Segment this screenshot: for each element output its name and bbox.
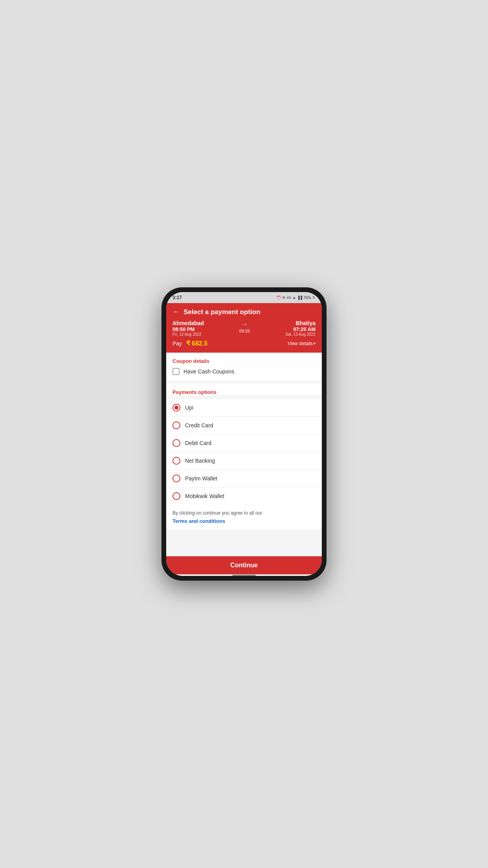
journey-from: Ahmedabad 08:50 PM Fri, 12 Aug 2022 [172, 320, 204, 337]
header: ← Select a payment option Ahmedabad 08:5… [166, 303, 322, 353]
terms-link[interactable]: Terms and conditions [172, 518, 225, 524]
amount-value: 682.5 [192, 340, 207, 347]
payment-section-header: Payments options [166, 384, 322, 395]
alarm-icon: ⏰ [277, 296, 281, 300]
wifi-icon: ▲ [292, 296, 296, 300]
radio-debit-card [172, 439, 180, 447]
mid-time: 09:55 [239, 329, 250, 333]
cash-coupon-checkbox[interactable] [172, 368, 180, 375]
radio-net-banking [172, 457, 180, 465]
page-title: Select a payment option [183, 308, 261, 316]
to-date: Sat, 13 Aug 2022 [285, 332, 316, 337]
chevron-down-icon: ▾ [314, 341, 316, 346]
status-icons: ⏰ ⚙ 4G ▲ ▐▐ 76% ↻ [277, 296, 316, 300]
currency-symbol: ₹ [186, 340, 190, 347]
radio-mobikwik [172, 492, 180, 500]
signal-icon: ▐▐ [297, 296, 302, 300]
pay-row: Pay ₹ 682.5 View details ▾ [172, 340, 316, 347]
radio-inner-upi [174, 406, 178, 410]
coupon-row: Have Cash Coupons [172, 368, 316, 375]
spacer [166, 533, 322, 553]
phone-frame: 3:17 ⏰ ⚙ 4G ▲ ▐▐ 76% ↻ ← Select a paymen… [161, 287, 327, 581]
cash-coupon-label: Have Cash Coupons [183, 368, 234, 375]
payment-option-upi[interactable]: Upi [166, 399, 322, 417]
phone-screen: 3:17 ⏰ ⚙ 4G ▲ ▐▐ 76% ↻ ← Select a paymen… [166, 292, 322, 576]
direction-arrow-icon: → [242, 321, 248, 328]
radio-upi [172, 404, 180, 412]
back-button[interactable]: ← [172, 308, 180, 316]
view-details-label: View details [288, 341, 313, 346]
continue-button[interactable]: Continue [166, 556, 322, 574]
status-bar: 3:17 ⏰ ⚙ 4G ▲ ▐▐ 76% ↻ [166, 292, 322, 303]
radio-paytm [172, 474, 180, 482]
data-icon: 4G [286, 296, 291, 300]
payment-label-paytm: Paytm Wallet [185, 475, 217, 482]
payment-option-net-banking[interactable]: Net Banking [166, 452, 322, 470]
terms-section: By clicking on continue you agree to all… [166, 505, 322, 530]
pay-info: Pay ₹ 682.5 [172, 340, 207, 347]
pay-amount: ₹ 682.5 [186, 340, 208, 347]
from-date: Fri, 12 Aug 2022 [172, 332, 204, 337]
terms-static-text: By clicking on continue you agree to all… [172, 510, 316, 516]
coupon-section: Coupon details Have Cash Coupons [166, 353, 322, 381]
payment-option-credit-card[interactable]: Credit Card [166, 417, 322, 434]
status-time: 3:17 [172, 295, 182, 300]
radio-credit-card [172, 421, 180, 429]
payment-option-paytm[interactable]: Paytm Wallet [166, 470, 322, 487]
header-title-row: ← Select a payment option [172, 308, 316, 316]
indicator-bar [232, 575, 256, 576]
payment-section: Payments options Upi Credit Card [166, 384, 322, 505]
payment-label-credit-card: Credit Card [185, 422, 213, 428]
body-scroll[interactable]: Coupon details Have Cash Coupons Payment… [166, 353, 322, 556]
payment-label-mobikwik: Mobikwik Wallet [185, 493, 224, 499]
journey-to: Bhatiya 07:25 AM Sat, 13 Aug 2022 [285, 320, 316, 337]
payment-option-mobikwik[interactable]: Mobikwik Wallet [166, 487, 322, 505]
from-city: Ahmedabad [172, 320, 204, 326]
settings-icon: ⚙ [282, 296, 285, 300]
payment-section-title: Payments options [172, 389, 316, 395]
journey-middle: → 09:55 [239, 320, 250, 333]
battery-icon: ↻ [312, 296, 316, 300]
payment-option-debit-card[interactable]: Debit Card [166, 434, 322, 452]
pay-label: Pay [172, 340, 182, 347]
app-content: ← Select a payment option Ahmedabad 08:5… [166, 303, 322, 576]
from-time: 08:50 PM [172, 326, 204, 332]
to-time: 07:25 AM [285, 326, 316, 332]
bottom-indicator [166, 574, 322, 576]
payment-label-net-banking: Net Banking [185, 458, 215, 464]
to-city: Bhatiya [285, 320, 316, 326]
coupon-section-title: Coupon details [172, 358, 316, 364]
view-details-button[interactable]: View details ▾ [288, 341, 316, 346]
payment-label-debit-card: Debit Card [185, 440, 211, 446]
battery-text: 76% [303, 296, 311, 300]
journey-info: Ahmedabad 08:50 PM Fri, 12 Aug 2022 → 09… [172, 320, 316, 337]
payment-label-upi: Upi [185, 405, 193, 411]
